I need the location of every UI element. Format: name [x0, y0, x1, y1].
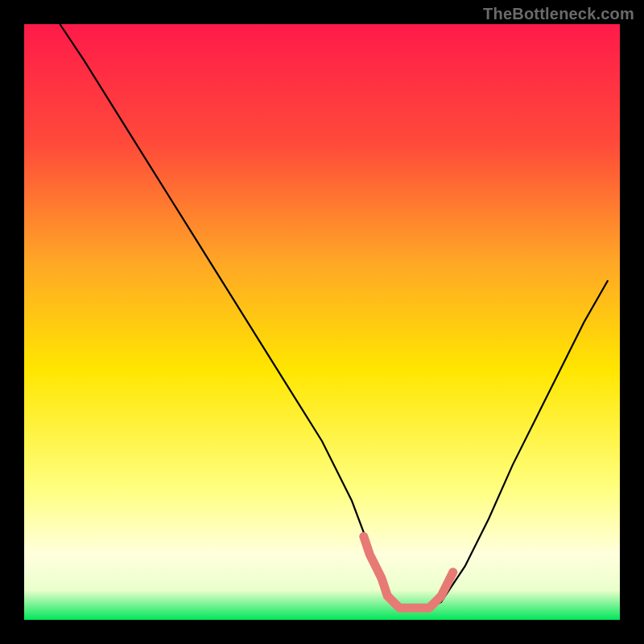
watermark-text: TheBottleneck.com — [483, 5, 634, 23]
bottleneck-chart: TheBottleneck.com — [0, 0, 644, 644]
chart-svg — [0, 0, 644, 644]
chart-background — [24, 24, 620, 620]
